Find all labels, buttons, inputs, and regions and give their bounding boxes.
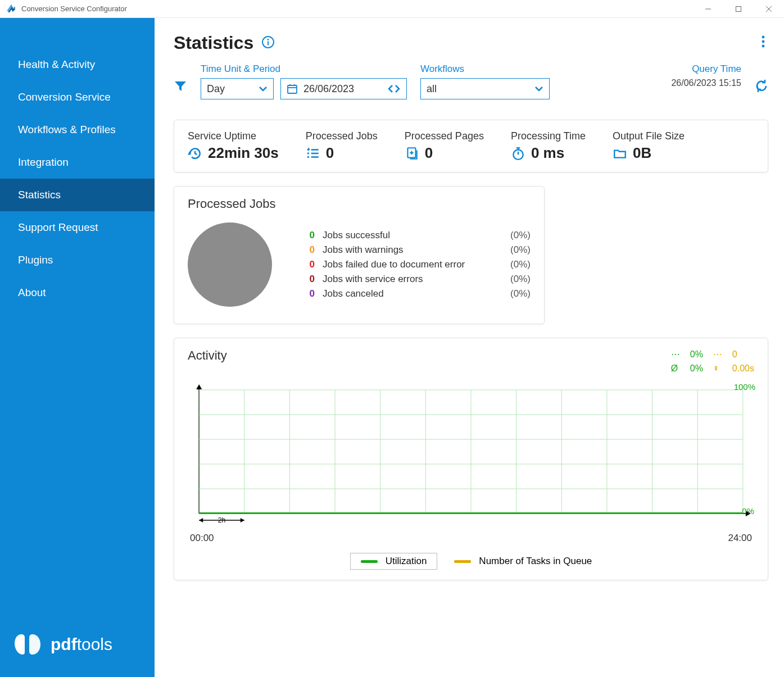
stopwatch-icon — [511, 146, 525, 161]
legend-util: Utilization — [386, 556, 427, 567]
metric-uptime: Service Uptime 22min 30s — [188, 130, 279, 162]
page-title: Statistics — [174, 33, 253, 53]
metrics-card: Service Uptime 22min 30s Processed Jobs … — [174, 120, 768, 172]
avg-icon: ⇞ — [713, 365, 722, 372]
sidebar-item-statistics[interactable]: Statistics — [0, 179, 155, 211]
calendar-icon — [287, 83, 298, 94]
sidebar-item-health-activity[interactable]: Health & Activity — [0, 48, 155, 81]
metric-pages: Processed Pages 0 — [405, 130, 484, 162]
refresh-button[interactable] — [755, 79, 768, 95]
queue-max: 0 — [732, 349, 754, 360]
time-unit-select[interactable]: Day — [201, 78, 274, 99]
y-axis-top: 100% — [734, 382, 755, 392]
sidebar: Health & ActivityConversion ServiceWorkf… — [0, 18, 155, 677]
date-prev-icon[interactable] — [387, 84, 394, 93]
metric-jobs: Processed Jobs 0 — [306, 130, 378, 162]
window-title: Conversion Service Configurator — [21, 4, 693, 13]
svg-point-18 — [307, 152, 309, 154]
util-avg: 0% — [690, 364, 703, 374]
filter-icon — [174, 79, 187, 95]
x-axis-end: 24:00 — [728, 533, 752, 544]
svg-point-23 — [513, 149, 523, 159]
info-icon[interactable] — [261, 35, 275, 51]
job-row: 0Jobs successful(0%) — [303, 228, 531, 243]
brand-logo: pdftools — [0, 614, 155, 677]
jobs-pie-chart — [188, 222, 272, 307]
query-time-label: Query Time — [671, 63, 741, 75]
window-minimize-button[interactable] — [693, 0, 723, 17]
job-count: 0 — [303, 259, 315, 270]
job-pct: (0%) — [510, 288, 531, 299]
job-label: Jobs with warnings — [323, 244, 404, 256]
svg-rect-10 — [288, 85, 297, 93]
sidebar-item-about[interactable]: About — [0, 276, 155, 309]
util-max: 0% — [690, 349, 703, 360]
job-pct: (0%) — [510, 230, 531, 241]
activity-chart: 100% 2h 0% — [188, 384, 754, 530]
sidebar-item-conversion-service[interactable]: Conversion Service — [0, 81, 155, 113]
brand-icon — [13, 631, 43, 658]
job-row: 0Jobs with service errors(0%) — [303, 272, 531, 287]
window-close-button[interactable] — [754, 0, 784, 17]
svg-point-8 — [762, 40, 765, 43]
queue-avg: 0.00s — [732, 364, 754, 374]
activity-legend: Utilization Number of Tasks in Queue — [188, 553, 754, 570]
svg-point-9 — [762, 44, 765, 47]
job-count: 0 — [303, 230, 315, 241]
job-count: 0 — [303, 274, 315, 285]
sidebar-item-plugins[interactable]: Plugins — [0, 244, 155, 276]
job-pct: (0%) — [510, 244, 531, 256]
folder-icon — [613, 146, 627, 161]
date-next-icon[interactable] — [394, 84, 401, 93]
job-pct: (0%) — [510, 274, 531, 285]
processed-jobs-title: Processed Jobs — [188, 197, 531, 211]
history-icon — [188, 146, 202, 161]
date-value: 26/06/2023 — [303, 83, 354, 95]
svg-point-7 — [762, 35, 765, 38]
activity-title: Activity — [188, 348, 227, 363]
job-count: 0 — [303, 244, 315, 256]
query-time-value: 26/06/2023 15:15 — [671, 78, 741, 88]
time-unit-label: Time Unit & Period — [201, 63, 407, 75]
max-icon: ⋯ — [671, 349, 680, 360]
job-count: 0 — [303, 288, 315, 299]
list-icon — [306, 146, 320, 161]
job-pct: (0%) — [510, 259, 531, 270]
max-icon: ⋯ — [713, 349, 722, 360]
sidebar-item-support-request[interactable]: Support Request — [0, 211, 155, 244]
main-content: Statistics Time Unit & Period Day — [155, 18, 784, 677]
workflows-label: Workflows — [420, 63, 550, 75]
activity-card: Activity ⋯ 0% ⋯ 0 Ø 0% ⇞ 0.00s 100% 2h 0… — [174, 338, 768, 580]
chevron-down-icon — [534, 84, 543, 93]
sidebar-item-workflows-profiles[interactable]: Workflows & Profiles — [0, 113, 155, 146]
svg-rect-1 — [736, 6, 741, 11]
more-menu-icon[interactable] — [758, 35, 768, 51]
workflows-value: all — [427, 83, 437, 95]
job-label: Jobs with service errors — [323, 274, 423, 285]
svg-point-19 — [307, 156, 309, 157]
app-icon — [6, 3, 17, 15]
svg-text:2h: 2h — [218, 516, 225, 524]
job-label: Jobs successful — [323, 230, 390, 241]
pages-icon — [405, 146, 419, 161]
window-maximize-button[interactable] — [723, 0, 754, 17]
job-label: Jobs failed due to document error — [323, 259, 465, 270]
y-axis-bottom: 0% — [742, 506, 754, 516]
x-axis-start: 00:00 — [190, 533, 214, 544]
chevron-down-icon — [259, 84, 268, 93]
job-row: 0Jobs canceled(0%) — [303, 287, 531, 301]
job-row: 0Jobs with warnings(0%) — [303, 243, 531, 257]
brand-text-light: tools — [77, 635, 112, 653]
date-picker[interactable]: 26/06/2023 — [280, 78, 407, 99]
metric-time: Processing Time 0 ms — [511, 130, 586, 162]
metric-size: Output File Size 0B — [613, 130, 685, 162]
sidebar-item-integration[interactable]: Integration — [0, 146, 155, 179]
workflows-select[interactable]: all — [420, 78, 550, 99]
svg-point-5 — [268, 39, 269, 40]
processed-jobs-card: Processed Jobs 0Jobs successful(0%)0Jobs… — [174, 186, 545, 324]
activity-mini-stats: ⋯ 0% ⋯ 0 Ø 0% ⇞ 0.00s — [671, 348, 754, 374]
svg-rect-6 — [268, 41, 269, 45]
job-label: Jobs canceled — [323, 288, 384, 299]
brand-text-bold: pdf — [51, 635, 77, 653]
avg-icon: Ø — [671, 364, 680, 374]
